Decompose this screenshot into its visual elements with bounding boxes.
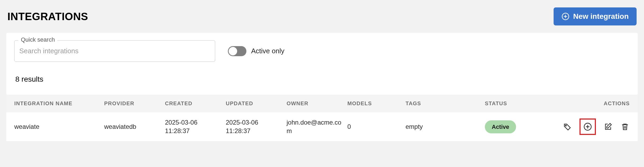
edit-action-button[interactable]: [603, 122, 613, 131]
active-only-label: Active only: [251, 47, 284, 55]
search-legend: Quick search: [18, 36, 57, 43]
tag-icon: [563, 123, 571, 131]
toggle-knob: [229, 47, 237, 55]
results-count: 8 results: [14, 75, 630, 84]
status-badge: Active: [485, 120, 516, 134]
col-owner: OWNER: [287, 100, 347, 107]
new-integration-label: New integration: [573, 12, 629, 21]
plus-circle-icon: [583, 122, 592, 131]
col-provider: PROVIDER: [104, 100, 165, 107]
col-tags: TAGS: [406, 100, 485, 107]
actions-cell: [559, 118, 630, 135]
edit-icon: [604, 123, 612, 131]
table-header: INTEGRATION NAME PROVIDER CREATED UPDATE…: [6, 95, 638, 112]
delete-action-button[interactable]: [620, 122, 630, 131]
col-status: STATUS: [485, 100, 559, 107]
plus-circle-icon: [562, 12, 569, 20]
add-action-button[interactable]: [579, 118, 596, 135]
models-link[interactable]: 0: [347, 122, 406, 131]
col-created: CREATED: [165, 100, 226, 107]
tag-action-button[interactable]: [563, 122, 572, 131]
status-cell: Active: [485, 120, 559, 134]
page-title: INTEGRATIONS: [7, 11, 88, 23]
col-actions: ACTIONS: [559, 100, 630, 107]
col-models: MODELS: [347, 100, 406, 107]
active-only-toggle[interactable]: [228, 46, 246, 56]
search-input[interactable]: [15, 41, 215, 61]
col-updated: UPDATED: [226, 100, 287, 107]
svg-point-3: [565, 125, 567, 126]
search-fieldset: Quick search: [14, 40, 215, 62]
integration-name-link[interactable]: weaviate: [14, 122, 104, 131]
trash-icon: [621, 123, 629, 131]
tags-cell: empty: [406, 122, 485, 131]
owner-cell: john.doe@acme.com: [287, 118, 347, 135]
updated-cell: 2025-03-06 11:28:37: [226, 118, 287, 135]
provider-cell: weaviatedb: [104, 122, 165, 131]
table-row: weaviate weaviatedb 2025-03-06 11:28:37 …: [6, 112, 638, 142]
created-cell: 2025-03-06 11:28:37: [165, 118, 226, 135]
new-integration-button[interactable]: New integration: [554, 7, 637, 25]
col-integration-name: INTEGRATION NAME: [14, 100, 104, 107]
